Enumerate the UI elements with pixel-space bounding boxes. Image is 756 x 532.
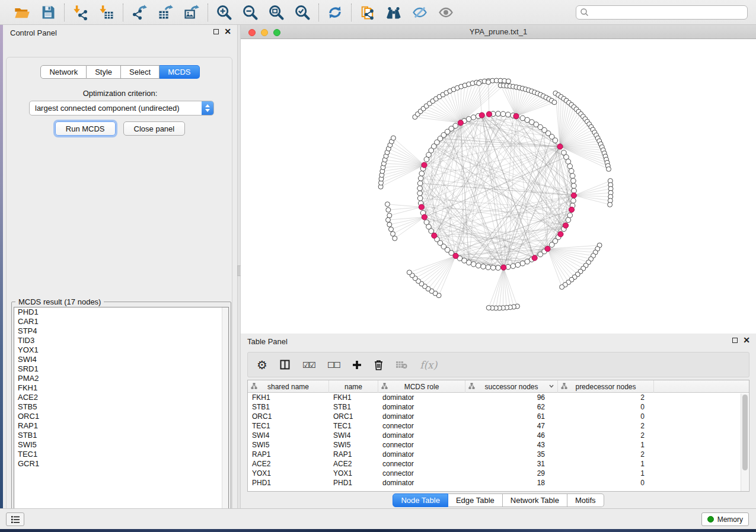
table-row[interactable]: TEC1TEC1connector472 [248,421,741,431]
network-node[interactable] [490,265,496,271]
mcds-result-item[interactable]: RAP1 [14,421,228,431]
run-mcds-button[interactable]: Run MCDS [55,121,116,136]
network-node[interactable] [560,285,564,290]
open-session-icon[interactable] [12,3,31,22]
network-node[interactable] [607,166,611,171]
network-node[interactable] [453,123,458,129]
mcds-result-item[interactable]: STB5 [14,402,228,412]
dominator-node[interactable] [557,144,563,149]
network-node[interactable] [552,100,557,105]
table-row[interactable]: PHD1PHD1dominator180 [248,478,741,488]
share-document-icon[interactable] [358,3,377,22]
refresh-icon[interactable] [326,3,344,22]
mcds-result-item[interactable]: SWI4 [14,355,228,364]
tab-mcds[interactable]: MCDS [160,65,199,79]
gear-icon[interactable]: ⚙ [257,357,267,373]
network-node[interactable] [417,191,423,196]
mcds-result-item[interactable]: STB1 [14,431,228,440]
network-node[interactable] [486,306,491,310]
network-node[interactable] [477,81,481,86]
network-node[interactable] [385,202,390,207]
tab-select[interactable]: Select [121,65,160,79]
column-header-name[interactable]: name [329,380,378,393]
network-node[interactable] [466,117,471,122]
mcds-result-item[interactable]: YOX1 [14,345,228,355]
tab-edge-table[interactable]: Edge Table [448,493,503,507]
network-canvas[interactable] [241,39,756,334]
search-box[interactable] [576,5,748,20]
network-node[interactable] [567,213,573,218]
mcds-result-list[interactable]: PHD1CAR1STP4TID3YOX1SWI4SRD1PMA2FKH1ACE2… [14,307,229,519]
export-image-icon[interactable] [182,3,201,22]
zoom-out-icon[interactable] [241,3,260,22]
search-binoculars-icon[interactable] [384,3,403,22]
network-node[interactable] [566,159,571,164]
mcds-result-item[interactable]: GCR1 [14,459,228,469]
export-network-icon[interactable] [130,3,149,22]
table-row[interactable]: ORC1ORC1dominator610 [248,412,741,421]
network-node[interactable] [424,220,429,225]
dominator-node[interactable] [571,193,576,198]
dominator-node[interactable] [563,223,568,228]
network-node[interactable] [407,270,412,275]
mcds-result-item[interactable]: PMA2 [14,374,228,383]
dominator-node[interactable] [432,233,437,238]
mcds-result-item[interactable]: PHD1 [14,307,228,317]
network-node[interactable] [417,196,423,201]
column-header-MCDS-role[interactable]: MCDS role [378,380,465,393]
network-node[interactable] [471,115,476,120]
network-node[interactable] [391,232,395,236]
tab-motifs[interactable]: Motifs [567,493,604,507]
network-node[interactable] [417,181,423,186]
network-node[interactable] [520,261,525,266]
delete-icon[interactable] [374,357,383,373]
table-scrollbar[interactable] [741,393,748,491]
table-scrollbar-thumb[interactable] [742,395,748,470]
close-panel-icon[interactable]: ✕ [224,28,231,35]
mcds-result-item[interactable]: STP4 [14,326,228,336]
zoom-selected-icon[interactable] [293,3,312,22]
tab-network[interactable]: Network [40,65,87,79]
network-node[interactable] [418,176,423,181]
mcds-result-item[interactable]: ACE2 [14,393,228,402]
dominator-node[interactable] [532,255,537,261]
table-row[interactable]: SWI5SWI5connector431 [248,440,741,450]
network-node[interactable] [538,252,543,257]
dominator-node[interactable] [458,120,463,126]
dominator-node[interactable] [501,265,506,270]
network-node[interactable] [496,265,501,271]
network-node[interactable] [608,202,613,207]
network-node[interactable] [506,112,511,117]
dominator-node[interactable] [545,246,550,251]
column-header-shared-name[interactable]: shared name [248,380,329,393]
mcds-result-item[interactable]: CAR1 [14,317,228,326]
table-row[interactable]: RAP1RAP1dominator352 [248,450,741,459]
network-node[interactable] [391,136,395,140]
dominator-node[interactable] [422,162,427,168]
tab-style[interactable]: Style [87,65,121,79]
network-node[interactable] [570,174,575,179]
mcds-result-item[interactable]: ORC1 [14,412,228,421]
save-session-icon[interactable] [39,3,58,22]
network-node[interactable] [486,80,491,85]
network-node[interactable] [387,213,392,218]
network-node[interactable] [569,168,574,174]
network-node[interactable] [386,207,391,212]
columns-icon[interactable] [280,357,290,373]
network-node[interactable] [506,79,511,84]
network-node[interactable] [500,111,506,117]
tab-network-table[interactable]: Network Table [503,493,567,507]
network-node[interactable] [567,164,573,169]
search-input[interactable] [589,7,747,18]
show-details-icon[interactable] [436,3,455,22]
network-node[interactable] [486,265,491,270]
float-panel-icon[interactable] [213,29,219,34]
network-node[interactable] [389,227,394,232]
network-node[interactable] [515,262,521,268]
dominator-node[interactable] [419,204,424,210]
mcds-result-item[interactable]: SWI5 [14,440,228,450]
mcds-result-item[interactable]: TID3 [14,336,228,345]
table-row[interactable]: FKH1FKH1dominator962 [248,393,741,402]
table-row[interactable]: YOX1YOX1connector291 [248,469,741,478]
table-row[interactable]: STB1STB1dominator620 [248,402,741,412]
